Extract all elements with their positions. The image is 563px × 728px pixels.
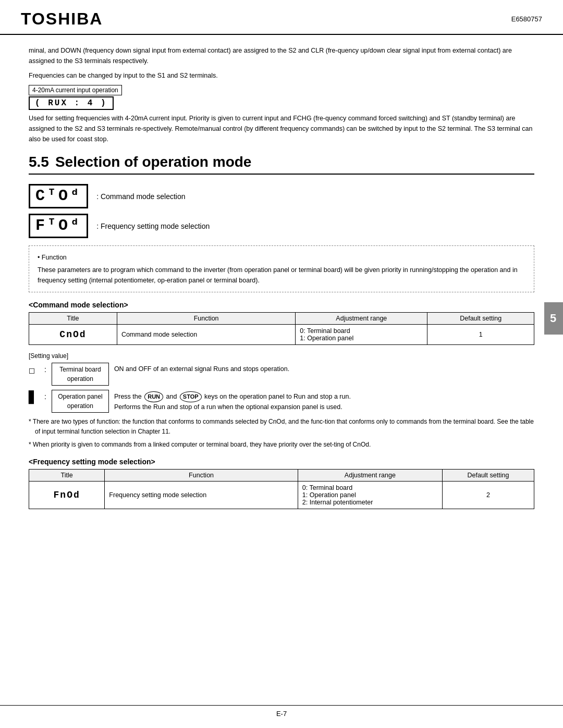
intro-para3: Used for setting frequencies with 4-20mA…	[29, 113, 534, 144]
page-footer: E-7	[0, 705, 563, 718]
sv0-row: ☐ : Terminal board operation ON and OFF …	[29, 363, 534, 386]
freq-table-row: FnOd Frequency setting mode selection 0:…	[29, 481, 534, 509]
range-cell: 0: Terminal board 1: Operation panel	[296, 325, 427, 345]
frequency-mode-table: Title Function Adjustment range Default …	[29, 469, 534, 509]
function-cell: Command mode selection	[117, 325, 295, 345]
freq-range-cell: 0: Terminal board 1: Operation panel 2: …	[298, 481, 442, 509]
run-button-inline: RUN	[144, 391, 163, 402]
page-header: TOSHIBA E6580757	[0, 0, 563, 35]
setting-value-label: [Setting value]	[29, 352, 534, 360]
command-mode-table: Title Function Adjustment range Default …	[29, 312, 534, 345]
frequency-mode-heading: <Frequency setting mode selection>	[29, 458, 534, 466]
footnote1: * There are two types of function: the f…	[29, 417, 534, 437]
cnod-display: CᵀOᵈ	[29, 184, 88, 208]
fnod-label: : Frequency setting mode selection	[96, 222, 210, 230]
freq-function-cell: Frequency setting mode selection	[105, 481, 298, 509]
intro-para2: Frequencies can be changed by input to t…	[29, 70, 534, 81]
section-number: 5.5	[29, 154, 49, 170]
sv0-box: Terminal board operation	[52, 363, 109, 386]
sv0-desc: ON and OFF of an external signal Runs an…	[114, 363, 534, 374]
fnod-cell: FnOd	[29, 481, 105, 509]
col-default: Default setting	[427, 313, 534, 325]
sv1-symbol: ▊	[29, 391, 39, 405]
sv0-symbol: ☐	[29, 364, 39, 377]
function-heading: Function	[38, 252, 525, 263]
sv1-desc: Press the RUN and STOP keys on the opera…	[114, 390, 534, 412]
freq-col-function: Function	[105, 469, 298, 481]
command-mode-heading: <Command mode selection>	[29, 301, 534, 309]
cnod-label: : Command mode selection	[96, 192, 185, 201]
section-title: Selection of operation mode	[55, 154, 251, 170]
footnote2: * When priority is given to commands fro…	[29, 440, 534, 450]
table-row: CnOd Command mode selection 0: Terminal …	[29, 325, 534, 345]
function-box: Function These parameters are to program…	[29, 245, 534, 292]
footer-page-number: E-7	[276, 710, 287, 718]
cnod-cell: CnOd	[29, 325, 117, 345]
chapter-tab: 5	[544, 302, 563, 335]
freq-col-default: Default setting	[442, 469, 534, 481]
doc-number: E6580757	[511, 15, 542, 23]
freq-default-cell: 2	[442, 481, 534, 509]
default-cell: 1	[427, 325, 534, 345]
main-content: minal, and DOWN (frequency down signal i…	[0, 35, 563, 532]
col-adjustment: Adjustment range	[296, 313, 427, 325]
sv1-row: ▊ : Operation panel operation Press the …	[29, 390, 534, 413]
fnod-row: FᵀOᵈ : Frequency setting mode selection	[29, 214, 534, 238]
fnod-display: FᵀOᵈ	[29, 214, 88, 238]
sv0-colon: :	[44, 365, 46, 374]
col-title: Title	[29, 313, 117, 325]
freq-col-title: Title	[29, 469, 105, 481]
cnod-row: CᵀOᵈ : Command mode selection	[29, 184, 534, 208]
col-function: Function	[117, 313, 295, 325]
sv1-box: Operation panel operation	[52, 390, 109, 413]
input-box-section: 4-20mA current input operation ( RUX : 4…	[29, 85, 534, 110]
sv1-colon: :	[44, 392, 46, 401]
freq-col-adjustment: Adjustment range	[298, 469, 442, 481]
function-text: These parameters are to program which co…	[38, 265, 525, 286]
toshiba-logo: TOSHIBA	[21, 9, 103, 29]
intro-para1: minal, and DOWN (frequency down signal i…	[29, 45, 534, 66]
section-heading: 5.5 Selection of operation mode	[29, 154, 534, 175]
input-lcd-display: ( RUX : 4 )	[29, 96, 114, 110]
input-box-label: 4-20mA current input operation	[29, 85, 122, 95]
stop-button-inline: STOP	[180, 391, 202, 402]
